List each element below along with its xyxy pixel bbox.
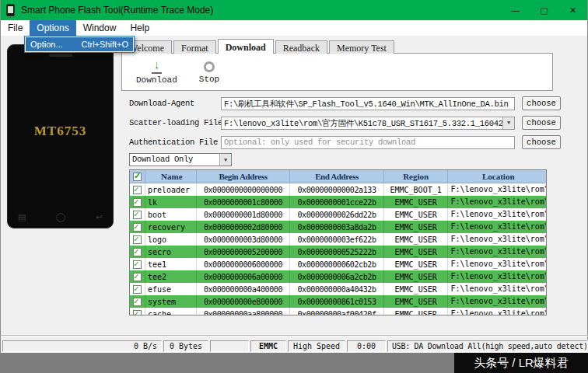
region: EMMC_USER: [384, 233, 449, 246]
window-title: Smart Phone Flash Tool(Runtime Trace Mod…: [21, 5, 213, 16]
stop-button[interactable]: Stop: [199, 60, 219, 84]
partition-table-body: preloader 0x0000000000000000 0x000000000…: [130, 183, 546, 315]
location: F:\lenovo_x3lite\rom\官...: [448, 233, 546, 246]
partition-name: lk: [145, 196, 197, 208]
menu-window[interactable]: Window: [76, 20, 124, 36]
partition-name: boot: [145, 208, 197, 221]
row-checkbox[interactable]: [133, 235, 142, 244]
partition-name: recovery: [145, 221, 197, 233]
table-row-tee2[interactable]: tee2 0x0000000006a00000 0x0000000006a2cb…: [130, 270, 546, 283]
scatter-file-combobox[interactable]: F:\lenovo_x3lite\rom\官方固件\K51c78_USR_ST1…: [221, 117, 515, 130]
menu-options[interactable]: Options: [30, 20, 75, 36]
tab-format[interactable]: Format: [173, 40, 216, 54]
table-row-boot[interactable]: boot 0x0000000001d80000 0x00000000026dd2…: [130, 208, 546, 221]
location: F:\lenovo_x3lite\rom\官...: [448, 295, 546, 308]
header-begin-address[interactable]: Begin Address: [197, 170, 291, 183]
maximize-button[interactable]: ▢: [530, 0, 558, 20]
tab-memory-test[interactable]: Memory Test: [329, 40, 394, 54]
end-address: 0x0000000001cce22b: [290, 196, 384, 208]
tab-download[interactable]: Download: [218, 39, 274, 54]
minimize-button[interactable]: —: [501, 0, 530, 20]
end-address: 0x000000000525222b: [290, 246, 384, 258]
phone-back-icon: ↩: [96, 212, 103, 222]
scatter-file-choose-button[interactable]: choose: [522, 116, 561, 130]
region: EMMC_USER: [384, 270, 449, 283]
table-row-lk[interactable]: lk 0x0000000001c80000 0x0000000001cce22b…: [130, 196, 546, 208]
location: F:\lenovo_x3lite\rom\官...: [448, 208, 546, 221]
row-checkbox[interactable]: [133, 310, 142, 316]
end-address: 0x0000000006a2cb2b: [290, 270, 384, 283]
region: EMMC_USER: [384, 295, 449, 308]
menu-item-option[interactable]: Option... Ctrl+Shift+O: [26, 37, 133, 51]
select-all-checkbox[interactable]: [133, 173, 142, 181]
table-row-cache[interactable]: cache 0x00000000aa800000 0x00000000af004…: [130, 308, 546, 315]
table-row-secro[interactable]: secro 0x0000000005200000 0x0000000005252…: [130, 246, 546, 258]
begin-address: 0x0000000001d80000: [197, 208, 291, 221]
chevron-down-icon[interactable]: ▼: [219, 154, 231, 166]
begin-address: 0x0000000000000000: [197, 183, 291, 196]
begin-address: 0x0000000002d80000: [197, 221, 291, 233]
download-agent-label: Download-Agent: [129, 99, 221, 108]
checkbox-cell: [130, 283, 145, 295]
partition-name: secro: [145, 246, 197, 258]
row-checkbox[interactable]: [133, 223, 142, 232]
checkbox-cell: [130, 233, 145, 246]
location: F:\lenovo_x3lite\rom\官...: [448, 196, 546, 208]
row-checkbox[interactable]: [133, 285, 142, 294]
scatter-file-row: Scatter-loading File F:\lenovo_x3lite\ro…: [129, 116, 561, 130]
partition-name: cache: [145, 308, 197, 315]
download-mode-combobox[interactable]: Download Only ▼: [129, 153, 232, 166]
header-end-address[interactable]: End Address: [290, 170, 384, 183]
options-menu-popup: Option... Ctrl+Shift+O: [24, 36, 135, 53]
row-checkbox[interactable]: [133, 260, 142, 269]
row-checkbox[interactable]: [133, 211, 142, 219]
row-checkbox[interactable]: [133, 198, 142, 207]
table-row-tee1[interactable]: tee1 0x0000000006000000 0x000000000602cb…: [130, 258, 546, 270]
download-button[interactable]: ↓ Download: [136, 60, 177, 85]
checkbox-cell: [130, 258, 145, 270]
header-name[interactable]: Name: [145, 170, 197, 183]
begin-address: 0x000000000e800000: [197, 295, 291, 308]
begin-address: 0x0000000001c80000: [197, 196, 291, 208]
table-row-logo[interactable]: logo 0x0000000003d80000 0x0000000003ef62…: [130, 233, 546, 246]
partition-name: tee1: [145, 258, 197, 270]
partition-table: Name Begin Address End Address Region Lo…: [129, 169, 547, 315]
header-location[interactable]: Location: [448, 170, 546, 183]
status-elapsed-time: 0:00: [347, 340, 386, 352]
table-row-recovery[interactable]: recovery 0x0000000002d80000 0x0000000003…: [130, 221, 546, 233]
row-checkbox[interactable]: [133, 273, 142, 281]
checkbox-cell: [130, 196, 145, 208]
phone-preview-image: MT6753 ▤ ◯ ↩: [7, 44, 114, 228]
table-row-preloader[interactable]: preloader 0x0000000000000000 0x000000000…: [130, 183, 546, 196]
menu-help[interactable]: Help: [123, 20, 156, 36]
row-checkbox[interactable]: [133, 298, 142, 306]
scatter-file-label: Scatter-loading File: [129, 118, 221, 127]
table-row-system[interactable]: system 0x000000000e800000 0x00000000861c…: [130, 295, 546, 308]
region: EMMC_USER: [384, 221, 449, 233]
download-agent-choose-button[interactable]: choose: [522, 96, 561, 110]
region: EMMC_USER: [384, 208, 449, 221]
location: F:\lenovo_x3lite\rom\官...: [448, 221, 546, 233]
auth-file-row: Authentication File Optional: only used …: [129, 135, 561, 149]
begin-address: 0x0000000006a00000: [197, 270, 291, 283]
menu-file[interactable]: File: [1, 20, 30, 36]
chevron-down-icon[interactable]: ▼: [502, 117, 514, 129]
table-row-efuse[interactable]: efuse 0x000000000a400000 0x000000000a404…: [130, 283, 546, 295]
header-region[interactable]: Region: [384, 170, 449, 183]
download-agent-field[interactable]: F:\刷机工具和软件\SP_Flash_Tool_v5.1640_Win\MTK…: [221, 97, 515, 110]
screen: Smart Phone Flash Tool(Runtime Trace Mod…: [0, 0, 588, 373]
auth-file-choose-button[interactable]: choose: [522, 135, 561, 149]
close-button[interactable]: ✕: [558, 0, 587, 20]
tab-readback[interactable]: Readback: [275, 40, 327, 54]
partition-name: efuse: [145, 283, 197, 295]
checkbox-cell: [130, 270, 145, 283]
end-address: 0x0000000003a8da2b: [290, 221, 384, 233]
region: EMMC_USER: [384, 283, 449, 295]
phone-home-icon: ◯: [56, 212, 65, 222]
auth-file-field[interactable]: Optional: only used for security downloa…: [221, 136, 515, 149]
end-address: 0x0000000003ef622b: [290, 233, 384, 246]
location: F:\lenovo_x3lite\rom\官...: [448, 308, 546, 315]
row-checkbox[interactable]: [133, 186, 142, 194]
phone-chipset-label: MT6753: [8, 124, 113, 139]
row-checkbox[interactable]: [133, 248, 142, 256]
